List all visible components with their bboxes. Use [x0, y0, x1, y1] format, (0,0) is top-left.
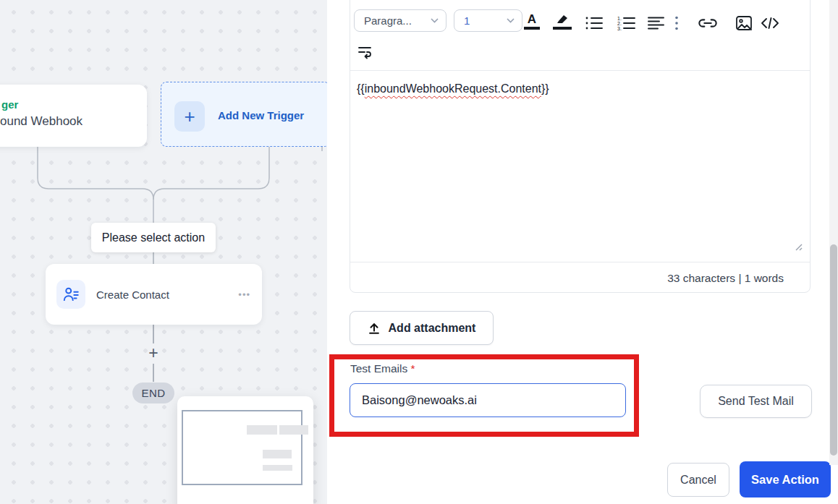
add-new-trigger-button[interactable]: + Add New Trigger	[161, 82, 330, 147]
placeholder-bar	[263, 450, 292, 458]
placeholder-bar	[279, 425, 308, 435]
ordered-list-icon: 1. 2. 3.	[617, 15, 636, 31]
chevron-down-icon	[431, 18, 439, 23]
text-wrap-icon	[357, 45, 372, 59]
add-attachment-label: Add attachment	[389, 322, 476, 335]
text-wrap-button[interactable]	[357, 42, 372, 62]
action-card-menu-button[interactable]: •••	[238, 264, 250, 325]
code-view-button[interactable]	[760, 13, 780, 33]
code-icon	[760, 15, 780, 31]
highlighter-icon	[555, 14, 570, 25]
paragraph-style-value: Paragra...	[364, 14, 412, 27]
required-asterisk: *	[411, 362, 415, 375]
send-test-mail-button[interactable]: Send Test Mail	[700, 385, 812, 418]
preview-thumbnail-frame	[182, 410, 302, 485]
chevron-down-icon	[507, 18, 515, 23]
upload-icon	[368, 321, 381, 336]
align-icon	[647, 15, 665, 31]
insert-image-button[interactable]	[735, 13, 753, 33]
paragraph-style-select[interactable]: Paragra...	[354, 9, 446, 32]
bullet-list-button[interactable]	[585, 13, 604, 33]
merge-tag-token: inboundWebhookRequest.Content	[365, 82, 541, 95]
test-emails-input[interactable]	[350, 383, 626, 417]
cancel-label: Cancel	[680, 474, 716, 487]
character-counter: 33 characters | 1 words	[350, 268, 797, 289]
contact-icon	[56, 280, 85, 309]
svg-text:3.: 3.	[617, 26, 622, 31]
plus-icon: +	[174, 101, 205, 132]
action-card-label: Create Contact	[96, 264, 169, 325]
more-vertical-icon	[674, 15, 679, 31]
text-color-button[interactable]: A	[524, 12, 540, 32]
text-color-icon: A	[528, 14, 536, 25]
trigger-name-label: ound Webhook	[0, 114, 82, 129]
cancel-button[interactable]: Cancel	[667, 463, 729, 497]
save-action-button[interactable]: Save Action	[740, 461, 831, 497]
align-button[interactable]	[647, 13, 665, 33]
test-emails-label: Test Emails *	[350, 362, 415, 375]
text-color-swatch	[524, 27, 540, 30]
merge-tag-close: }}	[541, 82, 549, 95]
action-card-create-contact[interactable]: Create Contact •••	[46, 264, 262, 325]
end-badge: END	[132, 383, 174, 403]
add-attachment-button[interactable]: Add attachment	[350, 311, 494, 345]
workflow-canvas[interactable]: ger ound Webhook + Add New Trigger Pleas…	[0, 0, 327, 504]
add-new-trigger-label: Add New Trigger	[218, 82, 304, 148]
email-body-editor[interactable]: {{inboundWebhookRequest.Content}}	[351, 75, 809, 256]
toolbar-divider	[350, 70, 810, 71]
image-icon	[735, 15, 753, 31]
save-action-label: Save Action	[751, 473, 819, 487]
email-preview-card	[177, 396, 313, 504]
select-action-hint: Please select action	[91, 223, 216, 252]
link-icon	[698, 15, 718, 31]
workflow-builder-screen: ger ound Webhook + Add New Trigger Pleas…	[0, 0, 838, 504]
textarea-resize-handle[interactable]	[793, 242, 803, 252]
placeholder-bar	[263, 465, 292, 471]
ordered-list-button[interactable]: 1. 2. 3.	[617, 13, 636, 33]
svg-text:2.: 2.	[617, 21, 622, 26]
send-test-mail-label: Send Test Mail	[718, 395, 794, 408]
counter-divider	[350, 262, 810, 262]
scrollbar-thumb[interactable]	[830, 244, 837, 456]
more-options-button[interactable]	[674, 13, 679, 33]
svg-text:1.: 1.	[617, 16, 622, 21]
highlight-color-swatch	[553, 27, 572, 30]
trigger-card-inbound-webhook[interactable]: ger ound Webhook	[0, 85, 147, 147]
scrollbar-track	[829, 0, 838, 465]
email-action-panel: Paragra... 1 A 1.	[327, 0, 838, 504]
merge-tag-open: {{	[357, 82, 365, 95]
placeholder-bar	[247, 425, 277, 435]
font-size-value: 1	[464, 14, 470, 27]
add-step-plus-button[interactable]: +	[143, 343, 164, 363]
trigger-type-label: ger	[1, 98, 18, 111]
bullet-list-icon	[585, 15, 604, 31]
highlight-color-button[interactable]	[553, 12, 572, 32]
insert-link-button[interactable]	[698, 13, 718, 33]
font-size-select[interactable]: 1	[454, 9, 522, 32]
